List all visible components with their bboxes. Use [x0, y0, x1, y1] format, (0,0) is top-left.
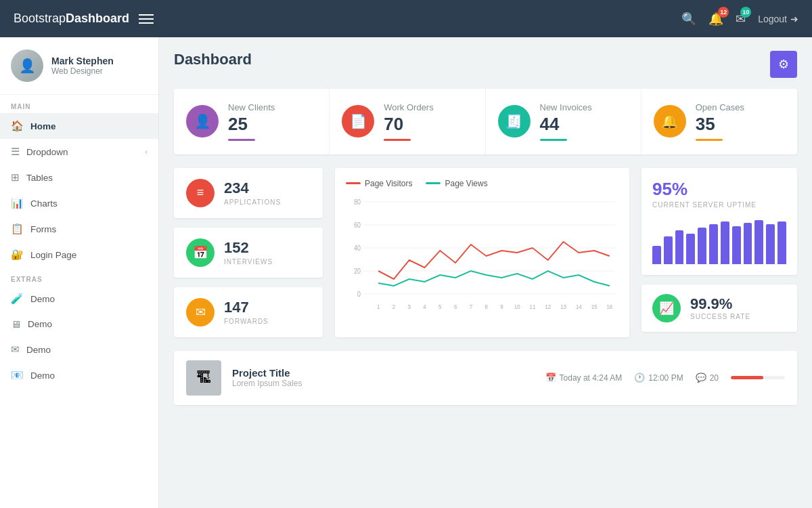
cases-label: Open Cases: [696, 102, 744, 114]
sidebar-label-tables: Tables: [26, 173, 53, 183]
svg-text:13: 13: [560, 303, 566, 310]
sidebar-label-forms: Forms: [30, 224, 56, 234]
bar: [777, 221, 786, 264]
svg-text:2: 2: [392, 303, 396, 310]
clients-value: 25: [228, 114, 275, 135]
mini-card-applications: ≡ 234 APPLICATIONS: [174, 168, 323, 218]
home-icon: 🏠: [11, 120, 24, 132]
clients-info: New Clients 25: [228, 102, 275, 141]
svg-text:12: 12: [545, 303, 551, 310]
sidebar-label-login: Login Page: [30, 250, 76, 260]
clients-bar: [228, 139, 255, 141]
gear-icon: ⚙: [778, 57, 789, 72]
page-header: Dashboard ⚙: [174, 51, 797, 78]
bar: [698, 228, 706, 264]
invoices-info: New Invoices 44: [540, 102, 592, 141]
svg-text:4: 4: [423, 303, 426, 310]
sidebar-section-main: MAIN: [0, 95, 158, 113]
sidebar-item-dropdown[interactable]: ☰ Dropdown ‹: [0, 139, 158, 165]
logout-icon: ➜: [790, 14, 798, 24]
bar: [664, 236, 673, 264]
notifications-button[interactable]: 🔔 12: [708, 12, 723, 26]
applications-icon: ≡: [186, 179, 215, 207]
sidebar-item-tables[interactable]: ⊞ Tables: [0, 165, 158, 190]
demo4-icon: 📧: [11, 369, 24, 381]
clock-icon: 🕐: [634, 373, 645, 383]
forms-icon: 📋: [11, 223, 24, 235]
svg-text:7: 7: [470, 303, 473, 310]
invoices-bar: [540, 139, 567, 141]
svg-text:3: 3: [408, 303, 411, 310]
sidebar-label-demo3: Demo: [26, 345, 51, 355]
settings-button[interactable]: ⚙: [770, 51, 797, 78]
svg-text:40: 40: [354, 244, 361, 252]
search-button[interactable]: 🔍: [681, 12, 696, 26]
calendar-icon: 📅: [545, 373, 556, 383]
bar: [686, 234, 695, 264]
tables-icon: ⊞: [11, 171, 20, 184]
stat-open-cases: 🔔 Open Cases 35: [641, 89, 797, 154]
success-percent: 99.9%: [690, 295, 750, 313]
interviews-label: INTERVIEWS: [224, 258, 273, 266]
sidebar-toggle[interactable]: [139, 14, 154, 24]
visitors-dot: [346, 182, 361, 184]
main-content: Dashboard ⚙ 👤 New Clients 25 📄 Work Orde…: [159, 37, 812, 508]
project-date-text: Today at 4:24 AM: [560, 373, 623, 383]
sidebar-item-charts[interactable]: 📊 Charts: [0, 190, 158, 216]
project-title: Project Title: [232, 367, 535, 379]
project-date: 📅 Today at 4:24 AM: [545, 373, 623, 383]
brand-text: BootstrapDashboard: [14, 12, 129, 26]
bar: [754, 220, 763, 264]
stats-row: 👤 New Clients 25 📄 Work Orders 70 🧾: [174, 89, 797, 154]
sidebar-label-home: Home: [30, 121, 56, 131]
orders-info: Work Orders 70: [384, 102, 433, 141]
bar: [652, 246, 661, 264]
bar: [709, 224, 718, 264]
mini-card-forwards: ✉ 147 FORWARDS: [174, 287, 323, 337]
avatar: 👤: [11, 49, 43, 82]
svg-text:14: 14: [576, 303, 582, 310]
right-panel: 95% CURRENT SERVER UPTIME 📈 99.9% SUCCES…: [641, 168, 797, 337]
invoices-value: 44: [540, 114, 592, 135]
sidebar-item-demo2[interactable]: 🖥 Demo: [0, 312, 158, 337]
sidebar-label-charts: Charts: [30, 198, 58, 209]
uptime-card: 95% CURRENT SERVER UPTIME: [641, 168, 797, 275]
orders-label: Work Orders: [384, 102, 433, 114]
sidebar-section-extras: EXTRAS: [0, 268, 158, 286]
user-info: Mark Stephen Web Designer: [51, 56, 114, 76]
sidebar-user: 👤 Mark Stephen Web Designer: [0, 37, 158, 95]
demo3-icon: ✉: [11, 343, 20, 356]
notifications-badge: 12: [718, 7, 729, 18]
sidebar-item-demo4[interactable]: 📧 Demo: [0, 362, 158, 388]
project-time: 🕐 12:00 PM: [634, 373, 683, 383]
invoices-label: New Invoices: [540, 102, 592, 114]
sidebar-item-demo3[interactable]: ✉ Demo: [0, 337, 158, 362]
sidebar-label-dropdown: Dropdown: [26, 147, 68, 157]
clients-icon: 👤: [186, 105, 219, 137]
messages-button[interactable]: ✉ 10: [736, 12, 746, 26]
sidebar-item-demo1[interactable]: 🧪 Demo: [0, 286, 158, 312]
bar: [744, 223, 752, 264]
orders-bar: [384, 139, 411, 141]
project-comments: 💬 20: [696, 373, 719, 383]
messages-badge: 10: [740, 7, 751, 18]
sidebar-item-home[interactable]: 🏠 Home: [0, 113, 158, 139]
sidebar-item-forms[interactable]: 📋 Forms: [0, 216, 158, 242]
project-subtitle: Lorem Ipsum Sales: [232, 379, 535, 388]
success-label: SUCCESS RATE: [690, 313, 750, 320]
bar: [721, 221, 729, 264]
sidebar-label-demo4: Demo: [30, 371, 55, 381]
logout-button[interactable]: Logout ➜: [758, 14, 798, 24]
cases-info: Open Cases 35: [696, 102, 744, 141]
interviews-info: 152 INTERVIEWS: [224, 239, 273, 266]
stat-new-invoices: 🧾 New Invoices 44: [486, 89, 641, 154]
views-label: Page Views: [445, 179, 487, 188]
demo2-icon: 🖥: [11, 318, 21, 330]
sidebar-item-login[interactable]: 🔐 Login Page: [0, 242, 158, 268]
stat-new-clients: 👤 New Clients 25: [174, 89, 330, 154]
cases-value: 35: [696, 114, 744, 135]
svg-text:1: 1: [377, 303, 380, 310]
forwards-value: 147: [224, 299, 269, 316]
project-row: 🏗 Project Title Lorem Ipsum Sales 📅 Toda…: [174, 351, 797, 405]
project-meta: 📅 Today at 4:24 AM 🕐 12:00 PM 💬 20: [545, 373, 785, 383]
